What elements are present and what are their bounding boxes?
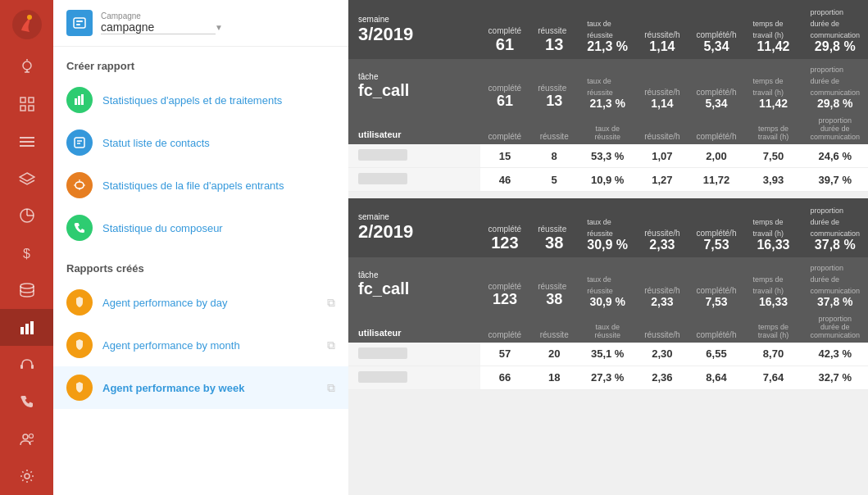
headset-nav-icon[interactable] [0, 346, 53, 383]
week2-task1-completé-cell: complété 123 [480, 257, 530, 311]
week2-completé-col-label: complété [489, 225, 522, 234]
layers-nav-icon[interactable] [0, 160, 53, 197]
week1-user-header-row: utilisateur complété réussite taux deréu… [348, 113, 868, 144]
week1-proportion-header: proportion durée de communication 29,8 % [802, 0, 868, 59]
svg-rect-29 [76, 24, 80, 25]
week1-user2-taux: 10,9 % [579, 168, 636, 192]
week1-réussite-col-label: réussite [538, 26, 566, 35]
week1-taux-col-label: taux de réussite [587, 20, 613, 39]
week2-label-cell: semaine 2/2019 [348, 198, 480, 257]
week2-taux-header: taux de réussite 30,9 % [579, 198, 636, 257]
week1-user1-row: 15 8 53,3 % 1,07 2,00 7,50 24,6 % [348, 144, 868, 168]
week2-réussiteH-header: réussite/h 2,33 [636, 198, 688, 257]
week2-header-row: semaine 2/2019 complété 123 réussite 38 … [348, 198, 868, 257]
copy-day-icon[interactable]: ⧉ [327, 296, 335, 310]
report-item-month[interactable]: Agent performance by month ⧉ [53, 324, 348, 366]
week1-user-completé-col: complété [480, 113, 530, 144]
queue-statistics-label: Statistiques de la file d'appels entrant… [102, 179, 284, 192]
campaign-label: Campagne [101, 11, 223, 20]
week2-user-temps-col: temps detravail (h) [744, 311, 802, 343]
grid-nav-icon[interactable] [0, 85, 53, 122]
week1-task1-completé-cell: complété 61 [480, 59, 530, 113]
phone-nav-icon[interactable] [0, 384, 53, 420]
menu-nav-icon[interactable] [0, 123, 53, 160]
week2-task1-label-cell: tâche fc_call [348, 257, 480, 311]
report-item-day[interactable]: Agent performance by day ⧉ [53, 281, 348, 324]
week1-label: semaine [358, 15, 470, 24]
report-day-icon [66, 289, 93, 316]
week2-réussiteH-col-label: réussite/h [644, 229, 679, 238]
chart-pie-nav-icon[interactable] [0, 198, 53, 234]
lightbulb-nav-icon[interactable] [0, 48, 53, 85]
week1-user1-name-cell [348, 144, 480, 168]
svg-rect-27 [74, 18, 85, 28]
week2-user2-réussite: 18 [529, 366, 579, 389]
week1-temps-col-label: temps de travail (h) [752, 20, 784, 39]
contact-status-label: Statut liste de contacts [102, 137, 210, 149]
week2-completé-value: 123 [489, 234, 522, 252]
week1-temps-value: 11,42 [752, 39, 793, 54]
bar-chart-nav-icon[interactable] [0, 309, 53, 346]
week2-task1-completé-val: 123 [489, 291, 522, 308]
svg-rect-31 [78, 96, 80, 105]
week1-task1-réussite-val: 13 [538, 93, 570, 110]
week1-user1-completéH: 2,00 [688, 144, 745, 168]
week2-temps-value: 16,33 [752, 238, 793, 252]
menu-item-dialer-statistics[interactable]: Statistique du composeur [53, 207, 348, 249]
week2-user2-completé: 66 [480, 366, 530, 389]
separator1 [348, 192, 868, 198]
copy-month-icon[interactable]: ⧉ [327, 338, 335, 352]
week2-task1-réussite-cell: réussite 38 [529, 257, 579, 311]
week2-number: 2/2019 [358, 221, 413, 242]
week1-user1-name-bar [358, 149, 407, 161]
svg-rect-22 [20, 365, 23, 369]
week1-user2-completé: 46 [480, 168, 530, 192]
week2-user-label: utilisateur [348, 311, 480, 343]
svg-rect-20 [25, 324, 29, 334]
week1-task1-completéH-label: complété/h [697, 88, 737, 97]
week2-user2-taux: 27,3 % [579, 366, 636, 389]
week1-user-taux-col: taux deréussite [579, 113, 636, 144]
week2-user2-completéH: 8,64 [688, 366, 745, 389]
contacts-nav-icon[interactable] [0, 420, 53, 457]
settings-nav-icon[interactable] [0, 458, 53, 495]
week1-task1-temps-val: 11,42 [752, 97, 793, 110]
dollar-nav-icon[interactable]: $ [0, 234, 53, 271]
svg-point-1 [27, 15, 32, 20]
menu-item-contact-status[interactable]: Statut liste de contacts [53, 121, 348, 164]
week2-temps-header: temps de travail (h) 16,33 [744, 198, 802, 257]
svg-point-26 [25, 474, 30, 479]
week2-réussite-col-label: réussite [538, 225, 566, 234]
week1-task1-réussiteH-cell: réussite/h 1,14 [636, 59, 688, 113]
week1-user1-réussite: 8 [529, 144, 579, 168]
svg-marker-13 [20, 173, 34, 181]
svg-rect-19 [20, 327, 24, 334]
report-item-week[interactable]: Agent performance by week ⧉ [53, 366, 348, 409]
week2-task1-réussite-label: réussite [538, 282, 566, 291]
week2-task1-completé-label: complété [489, 282, 522, 291]
week2-user1-completé: 57 [480, 343, 530, 366]
week1-user-completéH-col: complété/h [688, 113, 745, 144]
week2-task1-temps-cell: temps de travail (h) 16,33 [744, 257, 802, 311]
database-nav-icon[interactable] [0, 271, 53, 308]
menu-item-statistics-calls[interactable]: Statistiques d'appels et de traitements [53, 79, 348, 121]
menu-item-queue-statistics[interactable]: Statistiques de la file d'appels entrant… [53, 164, 348, 207]
report-month-icon [66, 332, 93, 358]
copy-week-icon[interactable]: ⧉ [327, 381, 335, 395]
week1-user1-réussiteH: 1,07 [636, 144, 688, 168]
week2-user1-completéH: 6,55 [688, 343, 745, 366]
week2-task1-label: tâche [358, 270, 470, 279]
campaign-dropdown[interactable]: campagne [101, 20, 216, 34]
week1-user-label: utilisateur [348, 113, 480, 144]
week1-user2-completéH: 11,72 [688, 168, 745, 192]
queue-statistics-icon [66, 172, 93, 198]
svg-rect-21 [30, 321, 34, 334]
week1-réussiteH-col-label: réussite/h [644, 30, 679, 39]
week1-user1-temps: 7,50 [744, 144, 802, 168]
week1-completé-value: 61 [489, 35, 522, 54]
week2-task1-completéH-cell: complété/h 7,53 [688, 257, 745, 311]
week1-user-temps-col: temps detravail (h) [744, 113, 802, 144]
week2-task1-taux-cell: taux de réussite 30,9 % [579, 257, 636, 311]
app-logo [0, 0, 53, 48]
week2-user-réussite-col: réussite [529, 311, 579, 343]
